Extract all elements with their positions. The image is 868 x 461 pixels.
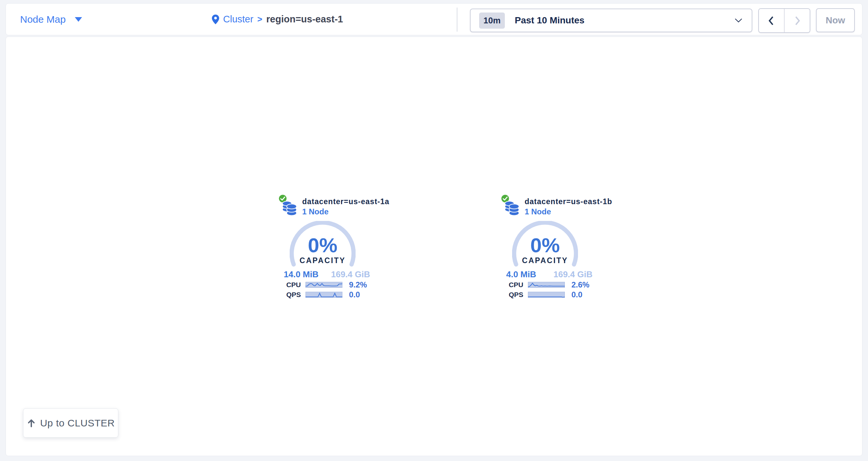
breadcrumb: Cluster > region=us-east-1 [212,4,343,35]
time-step-buttons [758,8,810,33]
topbar: Node Map Cluster > region=us-east-1 10m … [6,3,862,35]
node-map-canvas: datacenter=us-east-1a 1 Node 0% CAPACITY… [6,37,862,456]
chevron-left-icon [768,16,775,26]
up-to-cluster-label: Up to CLUSTER [40,418,115,429]
qps-value: 0.0 [571,291,582,298]
locality-card-us-east-1a[interactable]: datacenter=us-east-1a 1 Node 0% CAPACITY… [277,193,376,302]
qps-label: QPS [277,291,301,298]
time-now-button[interactable]: Now [816,8,855,32]
time-next-button[interactable] [785,9,810,32]
capacity-row: 14.0 MiB 169.4 GiB [284,269,370,279]
capacity-caption: CAPACITY [512,257,578,264]
cpu-sparkline [528,282,565,288]
breadcrumb-current: region=us-east-1 [266,14,343,25]
chevron-right-icon [794,16,801,26]
view-selector-dropdown[interactable]: Node Map [20,4,82,35]
cpu-label: CPU [500,281,523,289]
cpu-metric-row: CPU 9.2% [277,281,376,289]
qps-metric-row: QPS 0.0 [277,291,376,298]
time-prev-button[interactable] [759,9,785,32]
arrow-up-icon [27,419,36,428]
cpu-label: CPU [277,281,301,289]
capacity-used: 14.0 MiB [284,269,319,279]
qps-metric-row: QPS 0.0 [500,291,598,298]
locality-node-count[interactable]: 1 Node [302,207,329,216]
qps-value: 0.0 [349,291,360,298]
qps-label: QPS [500,291,523,298]
node-map-page: Node Map Cluster > region=us-east-1 10m … [0,0,868,461]
cpu-sparkline [306,282,342,288]
capacity-percent: 0% [290,235,355,256]
view-selector-label: Node Map [20,14,66,25]
locality-name: datacenter=us-east-1a [302,197,390,206]
cpu-metric-row: CPU 2.6% [500,281,598,289]
locality-node-count[interactable]: 1 Node [525,207,551,216]
database-stack-icon [504,200,519,216]
capacity-used: 4.0 MiB [506,269,536,279]
up-to-cluster-button[interactable]: Up to CLUSTER [23,408,118,438]
breadcrumb-cluster-link[interactable]: Cluster [223,14,253,25]
chevron-down-icon [735,18,742,23]
caret-down-icon [75,17,82,22]
breadcrumb-separator: > [257,14,262,24]
cpu-value: 2.6% [571,281,590,289]
capacity-total: 169.4 GiB [553,269,592,279]
time-range-selector[interactable]: 10m Past 10 Minutes [470,8,752,32]
qps-sparkline [528,292,565,298]
time-range-badge: 10m [479,12,505,29]
map-pin-icon [212,14,219,24]
capacity-caption: CAPACITY [290,257,355,264]
time-range-label: Past 10 Minutes [515,15,585,26]
capacity-total: 169.4 GiB [331,269,370,279]
header-divider [457,7,457,32]
locality-name: datacenter=us-east-1b [525,197,612,206]
database-stack-icon [282,200,297,216]
capacity-row: 4.0 MiB 169.4 GiB [506,269,592,279]
qps-sparkline [306,292,342,298]
capacity-percent: 0% [512,235,578,256]
locality-card-us-east-1b[interactable]: datacenter=us-east-1b 1 Node 0% CAPACITY… [500,193,598,302]
cpu-value: 9.2% [349,281,367,289]
